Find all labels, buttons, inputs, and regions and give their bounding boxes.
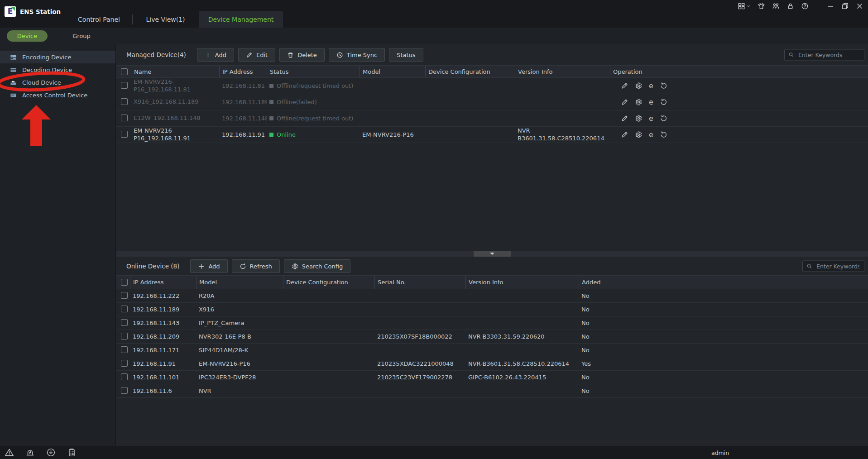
download-icon[interactable] — [46, 448, 56, 457]
warning-icon[interactable] — [5, 448, 14, 457]
table-row[interactable]: 192.168.11.6NVRNo — [116, 384, 868, 398]
row-checkbox[interactable] — [121, 333, 128, 339]
web-browser-e-icon[interactable]: e — [649, 82, 653, 90]
row-checkbox[interactable] — [121, 373, 128, 380]
status-text: Offline(request timed out) — [277, 82, 353, 89]
edit-icon[interactable] — [621, 82, 628, 90]
restore-arrow-icon[interactable] — [660, 131, 667, 139]
sidebar-item-cloud-device[interactable]: Cloud Device — [0, 76, 115, 89]
row-checkbox[interactable] — [121, 346, 128, 353]
mode-tab-group[interactable]: Group — [54, 32, 109, 40]
row-checkbox[interactable] — [121, 115, 128, 121]
search-config-button[interactable]: Search Config — [284, 259, 351, 273]
managed-search-input[interactable] — [797, 51, 860, 59]
add-button[interactable]: Add — [197, 48, 234, 62]
close-icon[interactable] — [856, 2, 863, 10]
web-browser-e-icon[interactable]: e — [649, 131, 653, 139]
offline-status-icon — [269, 100, 273, 104]
edit-button[interactable]: Edit — [238, 48, 275, 62]
sidebar-item-access-control-device[interactable]: Access Control Device — [0, 89, 115, 101]
lock-icon[interactable] — [786, 2, 794, 10]
table-row[interactable]: 192.168.11.209NVR302-16E-P8-B210235X07SF… — [116, 330, 868, 344]
web-browser-e-icon[interactable]: e — [649, 99, 653, 106]
ip-cell: 192.168.11.101 — [130, 374, 196, 381]
table-row[interactable]: 192.168.11.101IPC324ER3-DVPF28210235C23V… — [116, 371, 868, 384]
device-config-icon[interactable] — [635, 98, 643, 106]
access-control-device-icon — [9, 91, 18, 99]
table-row[interactable]: EM-NVRV216-P16_192.168.11.91192.168.11.9… — [116, 127, 868, 143]
help-icon[interactable] — [801, 2, 809, 10]
delete-button[interactable]: Delete — [279, 48, 325, 62]
skin-icon[interactable] — [758, 2, 765, 10]
add-button[interactable]: Add — [190, 259, 227, 273]
status-cell: Online — [267, 131, 360, 138]
clipboard-icon[interactable] — [67, 448, 77, 457]
select-all-checkbox[interactable] — [121, 68, 128, 75]
table-row[interactable]: 192.168.11.171SIP44D1AM/28-KNo — [116, 344, 868, 357]
sidebar-item-encoding-device[interactable]: Encoding Device — [0, 51, 115, 63]
sidebar-item-decoding-device[interactable]: Decoding Device — [0, 63, 115, 76]
select-all-checkbox[interactable] — [121, 279, 128, 286]
model-cell: IP_PTZ_Camera — [196, 320, 283, 326]
switch-user-icon[interactable] — [772, 2, 780, 10]
edit-icon[interactable] — [621, 131, 628, 139]
search-icon — [806, 263, 812, 269]
table-row[interactable]: 192.168.11.189X916No — [116, 303, 868, 316]
online-buttons: AddRefreshSearch Config — [190, 259, 350, 273]
table-row[interactable]: X916_192.168.11.189192.168.11.189Offline… — [116, 94, 868, 110]
tab-control-panel[interactable]: Control Panel — [66, 11, 132, 28]
row-checkbox[interactable] — [121, 360, 128, 367]
table-row[interactable]: 192.168.11.222R20ANo — [116, 289, 868, 303]
cell-value: 192.168.11.189 — [133, 306, 196, 313]
minimize-icon[interactable] — [827, 2, 834, 10]
restore-icon[interactable] — [841, 2, 849, 10]
ip-cell: 192.168.11.143 — [130, 320, 196, 326]
operation-cell: e — [610, 115, 868, 122]
mode-tab-device[interactable]: Device — [7, 30, 48, 42]
tab-live-view[interactable]: Live View(1) — [132, 11, 199, 28]
cell-value: No — [581, 347, 868, 354]
table-row[interactable]: 192.168.11.91EM-NVRV216-P16210235XDAC322… — [116, 357, 868, 371]
row-checkbox[interactable] — [121, 98, 128, 105]
row-checkbox[interactable] — [121, 387, 128, 394]
web-browser-e-icon[interactable]: e — [649, 115, 653, 122]
tab-device-management[interactable]: Device Management — [199, 11, 283, 28]
time-sync-button[interactable]: Time Sync — [329, 48, 385, 62]
restore-arrow-icon[interactable] — [660, 98, 667, 106]
restore-arrow-icon[interactable] — [660, 82, 667, 90]
button-label: Add — [208, 263, 220, 270]
edit-icon[interactable] — [621, 98, 628, 106]
cell-value: 192.168.11.171 — [133, 347, 196, 354]
row-checkbox[interactable] — [121, 292, 128, 299]
table-row[interactable]: 192.168.11.143IP_PTZ_CameraNo — [116, 316, 868, 330]
row-checkbox[interactable] — [121, 306, 128, 312]
cell-value: No — [581, 320, 868, 326]
row-checkbox[interactable] — [121, 82, 128, 89]
status-button[interactable]: Status — [389, 48, 423, 62]
column-header-label: Model — [363, 68, 380, 75]
current-user: admin — [711, 449, 729, 456]
device-ip: 192.168.11.189 — [222, 99, 267, 105]
online-search-input[interactable] — [815, 263, 860, 270]
refresh-button[interactable]: Refresh — [232, 259, 280, 273]
restore-arrow-icon[interactable] — [660, 115, 667, 122]
table-row[interactable]: E12W_192.168.11.148192.168.11.148Offline… — [116, 110, 868, 127]
siren-icon[interactable] — [25, 448, 35, 457]
row-checkbox[interactable] — [121, 131, 128, 138]
managed-toolbar: Managed Device(4) AddEditDeleteTime Sync… — [116, 44, 868, 65]
sidebar-item-label: Cloud Device — [22, 79, 61, 86]
device-config-icon[interactable] — [635, 115, 643, 122]
row-checkbox-cell — [116, 82, 131, 90]
search-icon — [788, 52, 794, 58]
device-config-icon[interactable] — [635, 82, 643, 90]
online-searchbox — [802, 261, 864, 272]
splitter-handle[interactable] — [474, 251, 511, 257]
row-checkbox-cell — [116, 346, 130, 354]
row-checkbox[interactable] — [121, 319, 128, 326]
edit-icon[interactable] — [621, 115, 628, 122]
status-text: Offline(failed) — [277, 99, 317, 105]
table-row[interactable]: EM-NVRV216-P16_192.168.11.81192.168.11.8… — [116, 78, 868, 94]
column-header-label: Device Configuration — [428, 68, 490, 75]
layout-menu-icon[interactable] — [738, 2, 751, 10]
device-config-icon[interactable] — [635, 131, 643, 139]
